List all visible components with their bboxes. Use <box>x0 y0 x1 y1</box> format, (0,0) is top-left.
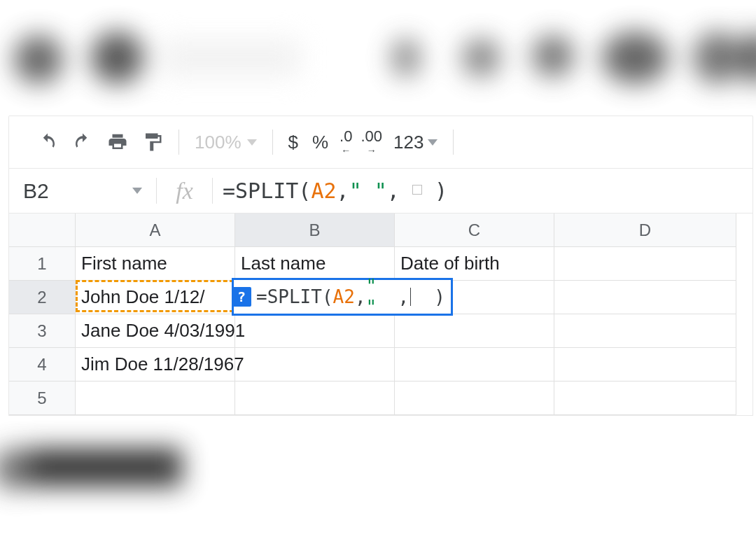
zoom-value: 100% <box>195 132 241 153</box>
row-header-4[interactable]: 4 <box>9 348 76 382</box>
formula-help-badge[interactable]: ? <box>232 287 251 307</box>
column-header-B[interactable]: B <box>235 214 395 247</box>
format-currency-button[interactable]: $ <box>281 132 305 153</box>
cell-D3[interactable] <box>554 314 736 348</box>
cell-A1[interactable]: First name <box>76 247 235 281</box>
select-all-corner[interactable] <box>9 214 76 247</box>
print-button[interactable] <box>100 125 135 160</box>
cell-A4[interactable]: Jim Doe 11/28/1967 <box>76 348 235 382</box>
row-header-5[interactable]: 5 <box>9 382 76 415</box>
more-formats-dropdown[interactable]: 123 <box>386 132 444 153</box>
cell-C3[interactable] <box>395 314 554 348</box>
chevron-down-icon <box>247 139 257 146</box>
cell-B4[interactable] <box>235 348 395 382</box>
argument-placeholder-icon <box>412 185 422 195</box>
toolbar: 100% $ % .0 ← .00 → 123 <box>8 115 753 168</box>
arrow-right-icon: → <box>367 146 377 155</box>
decrease-decimal-button[interactable]: .0 ← <box>335 129 356 155</box>
cell-D4[interactable] <box>554 348 736 382</box>
chevron-down-icon <box>132 188 142 194</box>
cell-D1[interactable] <box>554 247 736 281</box>
formula-row: B2 fx =SPLIT(A2," ", ) <box>8 168 753 214</box>
redo-button[interactable] <box>65 125 100 160</box>
name-box-value: B2 <box>23 179 49 203</box>
row-header-3[interactable]: 3 <box>9 314 76 348</box>
spreadsheet-grid: A B C D 1 First name Last name Date of b… <box>8 214 753 416</box>
column-header-C[interactable]: C <box>395 214 554 247</box>
zoom-dropdown[interactable]: 100% <box>188 132 264 153</box>
arrow-left-icon: ← <box>341 146 351 155</box>
cell-editor[interactable]: ? =SPLIT(A2," ", ) <box>232 278 453 316</box>
column-header-A[interactable]: A <box>76 214 235 247</box>
cell-D5[interactable] <box>554 382 736 415</box>
format-percent-button[interactable]: % <box>305 132 335 153</box>
cell-C5[interactable] <box>395 382 554 415</box>
cell-B5[interactable] <box>235 382 395 415</box>
cell-A2[interactable]: John Doe 1/12/ <box>76 281 235 314</box>
cell-C1[interactable]: Date of birth <box>395 247 554 281</box>
undo-button[interactable] <box>30 125 65 160</box>
cell-B3[interactable] <box>235 314 395 348</box>
row-header-2[interactable]: 2 <box>9 281 76 314</box>
text-cursor <box>410 288 411 306</box>
formula-bar[interactable]: =SPLIT(A2," ", ) <box>212 178 752 204</box>
cell-C4[interactable] <box>395 348 554 382</box>
cell-A5[interactable] <box>76 382 235 415</box>
fx-icon: fx <box>156 178 212 204</box>
cell-D2[interactable] <box>554 281 736 314</box>
paint-format-button[interactable] <box>135 125 170 160</box>
cell-A3[interactable]: Jane Doe 4/03/1991 <box>76 314 235 348</box>
row-header-1[interactable]: 1 <box>9 247 76 281</box>
chevron-down-icon <box>428 139 438 146</box>
increase-decimal-button[interactable]: .00 → <box>356 129 386 155</box>
column-header-D[interactable]: D <box>554 214 736 247</box>
name-box[interactable]: B2 <box>9 169 156 213</box>
